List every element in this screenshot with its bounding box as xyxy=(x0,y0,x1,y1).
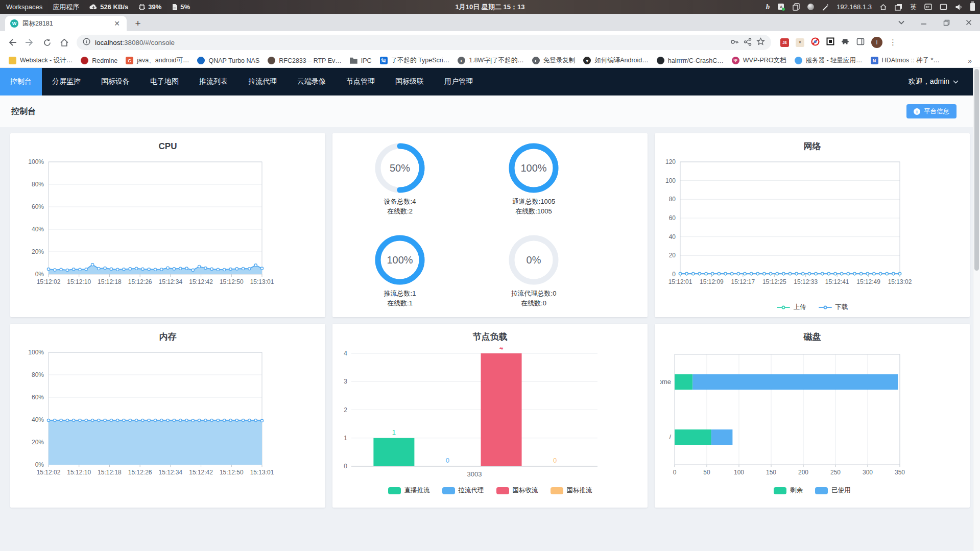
bookmark-item[interactable]: hairrrrr/C-CrashC… xyxy=(653,55,727,66)
bookmark-item[interactable]: IPC xyxy=(346,55,375,66)
bookmark-label: HDAtmos :: 种子 *… xyxy=(882,56,940,65)
js-extension-icon[interactable]: JS xyxy=(780,38,789,47)
input-method-indicator[interactable]: 英 xyxy=(910,3,917,12)
ip-address[interactable]: 192.168.1.3 xyxy=(836,3,872,11)
screenshot-tool-icon[interactable]: A xyxy=(777,3,785,11)
nav-item-2[interactable]: 分屏监控 xyxy=(42,68,91,95)
side-panel-icon[interactable] xyxy=(856,38,865,47)
bookmark-item[interactable]: RFC2833 – RTP Ev… xyxy=(264,55,345,66)
page-title: 控制台 xyxy=(11,106,36,117)
tray-window-icon[interactable] xyxy=(924,4,932,10)
legend-item[interactable]: 拉流代理 xyxy=(442,486,484,495)
svg-text:0%: 0% xyxy=(35,271,44,278)
bookmark-item[interactable]: Redmine xyxy=(77,55,121,66)
legend-line-marker-icon xyxy=(819,307,832,308)
bookmark-item[interactable]: 知了不起的 TypeScri… xyxy=(376,55,453,66)
workspaces-button[interactable]: Workspaces xyxy=(6,3,42,11)
extensions-puzzle-icon[interactable] xyxy=(841,37,850,48)
bookmark-item[interactable]: 服务器 - 轻量应用… xyxy=(791,55,866,66)
applications-button[interactable]: 应用程序 xyxy=(53,3,79,12)
forward-button[interactable] xyxy=(21,34,38,51)
svg-text:100: 100 xyxy=(734,469,744,476)
browser-tab[interactable]: W 国标28181 ✕ xyxy=(5,16,127,31)
svg-text:100%: 100% xyxy=(520,162,546,174)
blocker-extension-icon[interactable] xyxy=(811,37,820,48)
frame-extension-icon[interactable] xyxy=(826,37,834,47)
n-badge-icon: N xyxy=(871,57,878,64)
reload-button[interactable] xyxy=(39,34,55,51)
svg-text:15:12:02: 15:12:02 xyxy=(37,278,61,285)
window-restore-button[interactable] xyxy=(935,14,958,31)
bookmark-item[interactable]: ΨWVP-PRO文档 xyxy=(728,55,790,66)
password-key-icon[interactable] xyxy=(730,38,739,47)
bookmark-item[interactable]: Webstack - 设计… xyxy=(5,55,76,66)
legend-item[interactable]: 剩余 xyxy=(774,486,803,495)
bookmark-item[interactable]: ◐免登录复制 xyxy=(529,55,579,66)
svg-text:15:12:01: 15:12:01 xyxy=(668,278,692,285)
clipboard-icon[interactable] xyxy=(793,3,800,11)
legend-item[interactable]: 上传 xyxy=(777,303,806,312)
scrollbar-thumb[interactable] xyxy=(974,69,979,271)
svg-text:15:12:02: 15:12:02 xyxy=(37,469,61,476)
legend-item[interactable]: 直播推流 xyxy=(388,486,430,495)
legend-item[interactable]: 国标推流 xyxy=(551,486,592,495)
clock[interactable]: 1月10日 星期二 15：13 xyxy=(456,0,525,14)
browser-tab-strip: W 国标28181 ✕ + xyxy=(0,14,980,31)
svg-text:/: / xyxy=(669,433,671,441)
back-button[interactable] xyxy=(4,34,20,51)
svg-text:15:12:18: 15:12:18 xyxy=(98,469,122,476)
bookmarks-overflow-chevron[interactable]: » xyxy=(968,57,975,65)
app-sphere-icon[interactable] xyxy=(807,4,814,10)
legend-item[interactable]: 已使用 xyxy=(815,486,851,495)
pen-tool-icon[interactable] xyxy=(822,4,829,11)
svg-text:15:12:10: 15:12:10 xyxy=(67,469,91,476)
nav-item-3[interactable]: 国标设备 xyxy=(91,68,140,95)
nav-item-1[interactable]: 控制台 xyxy=(0,68,42,95)
nav-item-5[interactable]: 推流列表 xyxy=(189,68,238,95)
bookmark-star-icon[interactable] xyxy=(756,37,765,47)
nav-item-9[interactable]: 国标级联 xyxy=(385,68,434,95)
box-extension-icon[interactable]: ▾ xyxy=(796,38,804,47)
legend-label: 国标推流 xyxy=(567,486,592,495)
windows-stack-icon[interactable] xyxy=(895,4,902,11)
battery-icon[interactable] xyxy=(970,3,975,11)
bookmark-item[interactable]: ◐1.8W字|了不起的… xyxy=(454,55,527,66)
nav-item-6[interactable]: 拉流代理 xyxy=(238,68,287,95)
browser-menu-kebab-icon[interactable]: ⋮ xyxy=(889,38,897,47)
nav-item-4[interactable]: 电子地图 xyxy=(140,68,189,95)
profile-avatar[interactable]: I xyxy=(871,37,882,48)
user-menu[interactable]: 欢迎，admin xyxy=(909,77,973,86)
new-tab-button[interactable]: + xyxy=(131,16,145,31)
url-text[interactable]: localhost:38080/#/console xyxy=(95,39,175,46)
volume-icon[interactable] xyxy=(955,4,963,11)
monitor-icon[interactable] xyxy=(940,4,947,10)
gauge-stat-line2: 在线数:1 xyxy=(344,298,456,308)
page-scrollbar[interactable] xyxy=(973,68,980,551)
bookmark-label: WVP-PRO文档 xyxy=(743,56,786,65)
window-minimize-button[interactable] xyxy=(913,14,935,31)
legend-item[interactable]: 国标收流 xyxy=(496,486,538,495)
home-button[interactable] xyxy=(56,34,73,51)
tab-close-icon[interactable]: ✕ xyxy=(112,19,122,28)
nav-item-7[interactable]: 云端录像 xyxy=(287,68,336,95)
window-close-button[interactable] xyxy=(958,14,980,31)
home-icon[interactable] xyxy=(879,4,887,11)
svg-text:15:13:01: 15:13:01 xyxy=(250,278,274,285)
svg-text:20: 20 xyxy=(669,252,676,259)
address-bar[interactable]: localhost:38080/#/console xyxy=(77,35,771,50)
bookmark-item[interactable]: QNAP Turbo NAS xyxy=(194,55,263,66)
site-info-icon[interactable] xyxy=(83,38,90,47)
share-icon[interactable] xyxy=(744,38,752,47)
platform-info-button[interactable]: i 平台信息 xyxy=(906,104,957,118)
bookmark-item[interactable]: Cjava、android可… xyxy=(122,55,193,66)
dashboard-grid: CPU 0%20%40%60%80%100%15:12:0215:12:1015… xyxy=(0,127,980,508)
nav-item-10[interactable]: 用户管理 xyxy=(434,68,483,95)
browser-indicator-icon[interactable]: b xyxy=(766,3,770,11)
svg-text:/home: /home xyxy=(660,378,671,386)
bookmark-label: 服务器 - 轻量应用… xyxy=(806,56,863,65)
bookmark-item[interactable]: ▾如何编译Android… xyxy=(580,55,652,66)
bookmark-item[interactable]: NHDAtmos :: 种子 *… xyxy=(867,55,943,66)
legend-item[interactable]: 下载 xyxy=(819,303,848,312)
tab-search-chevron-icon[interactable] xyxy=(890,14,913,31)
nav-item-8[interactable]: 节点管理 xyxy=(336,68,385,95)
